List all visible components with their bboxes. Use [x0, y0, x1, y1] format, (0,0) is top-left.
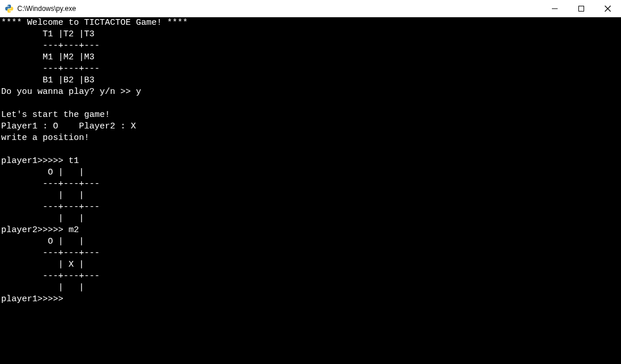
maximize-button[interactable] — [568, 0, 595, 17]
terminal-output[interactable]: **** Welcome to TICTACTOE Game! **** T1 … — [0, 17, 621, 364]
window-titlebar: C:\Windows\py.exe — [0, 0, 621, 17]
terminal-line: | | — [1, 282, 620, 294]
minimize-button[interactable] — [542, 0, 568, 17]
terminal-line: ---+---+--- — [1, 248, 620, 259]
svg-rect-3 — [579, 6, 584, 11]
svg-point-1 — [10, 11, 10, 12]
terminal-line — [1, 98, 620, 109]
terminal-line: write a position! — [1, 132, 620, 144]
terminal-line: O | | — [1, 236, 620, 248]
terminal-line: | | — [1, 213, 620, 225]
python-icon — [5, 4, 14, 13]
terminal-line: player2>>>>> m2 — [1, 225, 620, 236]
terminal-line: player1>>>>> t1 — [1, 156, 620, 167]
terminal-line — [1, 144, 620, 156]
terminal-line: **** Welcome to TICTACTOE Game! **** — [1, 17, 620, 29]
terminal-line: Do you wanna play? y/n >> y — [1, 86, 620, 98]
terminal-line: player1>>>>> — [1, 294, 620, 305]
terminal-line: ---+---+--- — [1, 271, 620, 282]
terminal-line: B1 |B2 |B3 — [1, 75, 620, 86]
terminal-line: ---+---+--- — [1, 202, 620, 213]
close-button[interactable] — [595, 0, 621, 17]
terminal-line: | | — [1, 190, 620, 202]
terminal-line: T1 |T2 |T3 — [1, 29, 620, 40]
terminal-line: ---+---+--- — [1, 40, 620, 52]
svg-point-0 — [8, 5, 9, 6]
window-title: C:\Windows\py.exe — [17, 5, 76, 13]
terminal-line: ---+---+--- — [1, 179, 620, 190]
terminal-line: O | | — [1, 167, 620, 179]
terminal-line: Let's start the game! — [1, 109, 620, 121]
terminal-line: | X | — [1, 259, 620, 271]
terminal-line: Player1 : O Player2 : X — [1, 121, 620, 132]
terminal-line: ---+---+--- — [1, 63, 620, 75]
terminal-line: M1 |M2 |M3 — [1, 52, 620, 63]
